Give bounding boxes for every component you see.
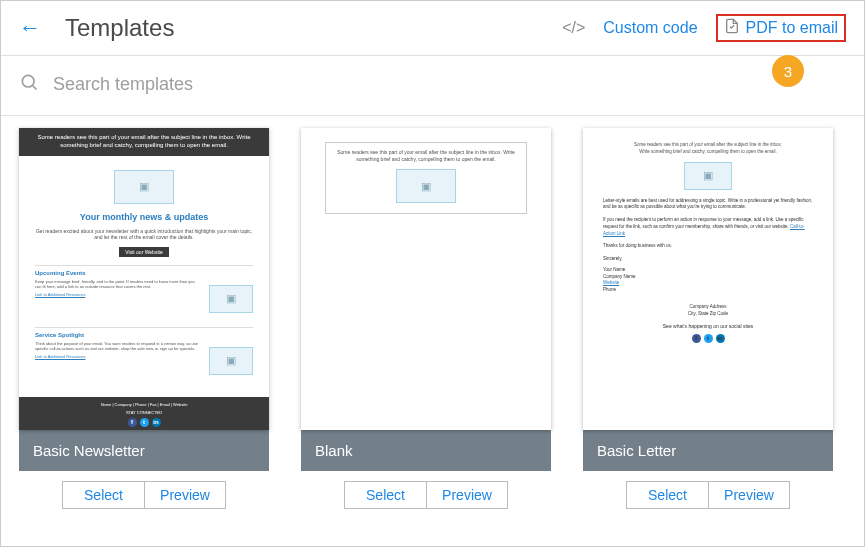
preview-button[interactable]: Preview bbox=[144, 481, 226, 509]
template-thumbnail-newsletter[interactable]: Some readers see this part of your email… bbox=[19, 128, 269, 430]
nl-stay-connected: STAY CONNECTED bbox=[24, 410, 264, 415]
preview-button[interactable]: Preview bbox=[426, 481, 508, 509]
nl-cta-button: Visit our Website bbox=[119, 247, 169, 257]
image-placeholder-icon: ▣ bbox=[114, 170, 174, 204]
letter-company: Company Name bbox=[603, 274, 636, 279]
twitter-icon: t bbox=[140, 418, 149, 427]
header-actions: </> Custom code PDF to email bbox=[562, 14, 846, 42]
twitter-icon: t bbox=[704, 334, 713, 343]
pdf-icon bbox=[724, 18, 740, 38]
select-button[interactable]: Select bbox=[62, 481, 144, 509]
code-icon: </> bbox=[562, 19, 585, 37]
template-thumbnail-blank[interactable]: Some readers see this part of your email… bbox=[301, 128, 551, 430]
facebook-icon: f bbox=[128, 418, 137, 427]
linkedin-icon: in bbox=[152, 418, 161, 427]
search-icon bbox=[19, 72, 39, 97]
linkedin-icon: in bbox=[716, 334, 725, 343]
svg-line-1 bbox=[33, 86, 37, 90]
nl-section-title: Upcoming Events bbox=[35, 270, 253, 276]
search-input[interactable] bbox=[53, 74, 353, 95]
nl-section-body: Keep your message brief, friendly, and t… bbox=[35, 279, 195, 290]
image-placeholder-icon: ▣ bbox=[396, 169, 456, 203]
letter-sincerely: Sincerely, bbox=[603, 256, 813, 263]
pdf-to-email-link[interactable]: PDF to email bbox=[746, 19, 838, 37]
letter-address: Company Address bbox=[690, 304, 727, 309]
letter-paragraph: Letter-style emails are best used for ad… bbox=[603, 198, 813, 212]
step-callout-badge: 3 bbox=[772, 55, 804, 87]
select-button[interactable]: Select bbox=[344, 481, 426, 509]
letter-social-line: See what's happening on our social sites bbox=[663, 323, 753, 329]
nl-section-title: Service Spotlight bbox=[35, 332, 253, 338]
template-card: Some readers see this part of your email… bbox=[19, 128, 269, 509]
template-label: Basic Letter bbox=[583, 430, 833, 471]
facebook-icon: f bbox=[692, 334, 701, 343]
letter-paragraph: If you need the recipient to perform an … bbox=[603, 217, 813, 237]
blank-preheader: Some readers see this part of your email… bbox=[334, 149, 518, 163]
nl-section-body: Think about the purpose of your email. Y… bbox=[35, 341, 198, 352]
letter-website-link: Website bbox=[603, 280, 619, 285]
template-cards-row: Some readers see this part of your email… bbox=[1, 116, 864, 509]
page-title: Templates bbox=[65, 14, 562, 42]
letter-address: City, State Zip Code bbox=[688, 311, 728, 316]
template-card: Some readers see this part of your email… bbox=[301, 128, 551, 509]
svg-point-0 bbox=[22, 75, 34, 87]
template-label: Blank bbox=[301, 430, 551, 471]
image-placeholder-icon: ▣ bbox=[209, 285, 253, 313]
nl-title: Your monthly news & updates bbox=[35, 212, 253, 222]
template-label: Basic Newsletter bbox=[19, 430, 269, 471]
letter-preheader: Some readers see this part of your email… bbox=[634, 142, 782, 147]
image-placeholder-icon: ▣ bbox=[209, 347, 253, 375]
nl-section-link: Link to Additional Resources bbox=[35, 292, 85, 298]
nl-intro: Get readers excited about your newslette… bbox=[35, 228, 253, 241]
back-arrow-icon[interactable]: ← bbox=[19, 15, 41, 41]
letter-phone: Phone bbox=[603, 287, 616, 292]
image-placeholder-icon: ▣ bbox=[684, 162, 732, 190]
select-button[interactable]: Select bbox=[626, 481, 708, 509]
preview-button[interactable]: Preview bbox=[708, 481, 790, 509]
letter-preheader: Write something brief and catchy, compel… bbox=[639, 149, 776, 154]
nl-preheader: Some readers see this part of your email… bbox=[19, 128, 269, 156]
letter-name: Your Name bbox=[603, 267, 625, 272]
nl-section-link: Link to Additional Resources bbox=[35, 354, 85, 360]
template-thumbnail-letter[interactable]: Some readers see this part of your email… bbox=[583, 128, 833, 430]
template-card: Some readers see this part of your email… bbox=[583, 128, 833, 509]
nl-footer-line: Name | Company | Phone | Fax | Email | W… bbox=[24, 402, 264, 407]
pdf-to-email-highlight: PDF to email bbox=[716, 14, 846, 42]
letter-thanks: Thanks for doing business with us. bbox=[603, 243, 813, 250]
custom-code-link[interactable]: Custom code bbox=[603, 19, 697, 37]
